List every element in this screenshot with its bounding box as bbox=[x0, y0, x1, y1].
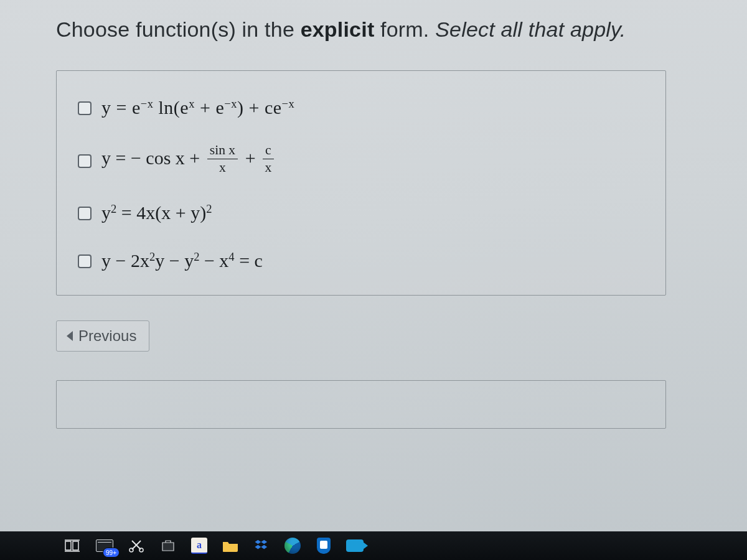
math-text: y = e bbox=[101, 97, 141, 118]
math-text: y − 2x bbox=[101, 250, 149, 271]
checkbox-d[interactable] bbox=[78, 254, 92, 268]
camera-icon bbox=[346, 539, 364, 552]
math-text: = c bbox=[235, 250, 263, 271]
mail-icon[interactable]: 99+ bbox=[91, 535, 118, 556]
answer-input[interactable] bbox=[56, 380, 666, 429]
math-text: − x bbox=[199, 250, 228, 271]
windows-security-icon[interactable] bbox=[311, 535, 336, 556]
fraction-den: x bbox=[265, 159, 271, 175]
prompt-middle: form. bbox=[374, 17, 435, 41]
prompt-strong: explicit bbox=[301, 17, 375, 41]
math-text: y − y bbox=[155, 250, 194, 271]
checkbox-c[interactable] bbox=[78, 207, 92, 220]
windows-taskbar: 99+ a bbox=[0, 531, 747, 560]
math-text: ) + ce bbox=[237, 97, 282, 118]
edge-browser-icon[interactable] bbox=[280, 535, 305, 556]
mail-badge: 99+ bbox=[103, 548, 120, 558]
task-view-icon[interactable] bbox=[60, 535, 85, 556]
math-text: + bbox=[245, 147, 260, 168]
svg-rect-1 bbox=[73, 541, 78, 550]
math-sup: 2 bbox=[149, 250, 155, 263]
chevron-left-icon bbox=[67, 331, 73, 341]
math-sup: 2 bbox=[206, 202, 212, 215]
amazon-letter: a bbox=[191, 538, 207, 554]
shield-icon bbox=[317, 538, 331, 554]
fraction-num: sin x bbox=[207, 144, 238, 159]
math-text: + e bbox=[195, 97, 224, 118]
option-c-math: y2 = 4x(x + y)2 bbox=[101, 202, 212, 223]
fraction: c x bbox=[263, 144, 274, 174]
option-b[interactable]: y = − cos x + sin x x + c x bbox=[75, 136, 647, 184]
math-text: = 4x(x + y) bbox=[116, 202, 206, 223]
svg-point-6 bbox=[129, 548, 133, 552]
previous-label: Previous bbox=[78, 327, 136, 345]
option-c[interactable]: y2 = 4x(x + y)2 bbox=[75, 193, 647, 232]
math-sup: −x bbox=[141, 97, 154, 110]
option-d[interactable]: y − 2x2y − y2 − x4 = c bbox=[75, 241, 647, 280]
edge-swirl-icon bbox=[284, 538, 301, 554]
checkbox-b[interactable] bbox=[78, 154, 92, 168]
options-box: y = e−x ln(ex + e−x) + ce−x y = − cos x … bbox=[56, 70, 666, 296]
dropbox-icon[interactable] bbox=[249, 535, 274, 556]
amazon-app-icon[interactable]: a bbox=[187, 535, 212, 556]
prompt-prefix: Choose function(s) in the bbox=[56, 17, 301, 41]
math-sup: x bbox=[189, 97, 195, 110]
file-explorer-icon[interactable] bbox=[218, 535, 243, 556]
checkbox-a[interactable] bbox=[78, 101, 92, 115]
quiz-screen: Choose function(s) in the explicit form.… bbox=[0, 0, 747, 560]
option-d-math: y − 2x2y − y2 − x4 = c bbox=[101, 250, 263, 271]
previous-button[interactable]: Previous bbox=[56, 320, 149, 352]
math-text: y bbox=[101, 202, 111, 223]
microsoft-store-icon[interactable] bbox=[156, 535, 181, 556]
math-text: ln(e bbox=[154, 97, 189, 118]
math-text: y = − cos x + bbox=[101, 147, 205, 168]
math-sup: −x bbox=[224, 97, 237, 110]
math-sup: 2 bbox=[111, 202, 116, 215]
camera-app-icon[interactable] bbox=[342, 535, 367, 556]
math-sup: −x bbox=[282, 97, 295, 110]
content-frame: Choose function(s) in the explicit form.… bbox=[56, 17, 691, 429]
question-prompt: Choose function(s) in the explicit form.… bbox=[56, 17, 691, 42]
nav-row: Previous bbox=[56, 320, 691, 352]
math-sup: 4 bbox=[228, 250, 234, 263]
snip-sketch-icon[interactable] bbox=[125, 535, 149, 556]
svg-rect-0 bbox=[65, 541, 71, 550]
fraction-num: c bbox=[263, 144, 274, 159]
prompt-em: Select all that apply. bbox=[435, 17, 626, 41]
option-a-math: y = e−x ln(ex + e−x) + ce−x bbox=[101, 97, 294, 118]
option-b-math: y = − cos x + sin x x + c x bbox=[101, 145, 276, 175]
fraction-den: x bbox=[219, 159, 226, 175]
svg-point-7 bbox=[139, 548, 143, 552]
option-a[interactable]: y = e−x ln(ex + e−x) + ce−x bbox=[75, 88, 647, 127]
fraction: sin x x bbox=[207, 144, 238, 174]
